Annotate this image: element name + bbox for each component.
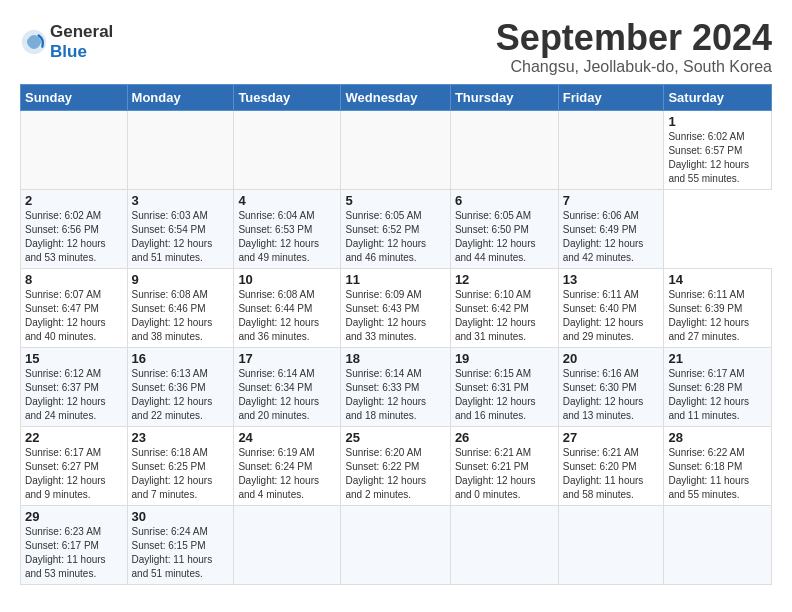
calendar-cell: 4Sunrise: 6:04 AMSunset: 6:53 PMDaylight… — [234, 189, 341, 268]
day-number: 13 — [563, 272, 660, 287]
day-number: 16 — [132, 351, 230, 366]
day-number: 4 — [238, 193, 336, 208]
weekday-header-friday: Friday — [558, 84, 664, 110]
day-number: 19 — [455, 351, 554, 366]
day-number: 21 — [668, 351, 767, 366]
cell-info: Sunrise: 6:04 AMSunset: 6:53 PMDaylight:… — [238, 210, 319, 263]
logo-icon — [20, 28, 48, 56]
calendar-cell: 15Sunrise: 6:12 AMSunset: 6:37 PMDayligh… — [21, 347, 128, 426]
weekday-header-sunday: Sunday — [21, 84, 128, 110]
calendar-cell: 13Sunrise: 6:11 AMSunset: 6:40 PMDayligh… — [558, 268, 664, 347]
cell-info: Sunrise: 6:05 AMSunset: 6:52 PMDaylight:… — [345, 210, 426, 263]
cell-info: Sunrise: 6:14 AMSunset: 6:33 PMDaylight:… — [345, 368, 426, 421]
calendar-cell: 19Sunrise: 6:15 AMSunset: 6:31 PMDayligh… — [450, 347, 558, 426]
calendar-cell: 20Sunrise: 6:16 AMSunset: 6:30 PMDayligh… — [558, 347, 664, 426]
calendar-cell: 8Sunrise: 6:07 AMSunset: 6:47 PMDaylight… — [21, 268, 128, 347]
calendar-cell-empty — [558, 505, 664, 584]
calendar-cell: 10Sunrise: 6:08 AMSunset: 6:44 PMDayligh… — [234, 268, 341, 347]
cell-info: Sunrise: 6:17 AMSunset: 6:28 PMDaylight:… — [668, 368, 749, 421]
header-area: General Blue September 2024 Changsu, Jeo… — [20, 18, 772, 76]
calendar-cell: 9Sunrise: 6:08 AMSunset: 6:46 PMDaylight… — [127, 268, 234, 347]
calendar-week-row: 22Sunrise: 6:17 AMSunset: 6:27 PMDayligh… — [21, 426, 772, 505]
cell-info: Sunrise: 6:23 AMSunset: 6:17 PMDaylight:… — [25, 526, 106, 579]
cell-info: Sunrise: 6:07 AMSunset: 6:47 PMDaylight:… — [25, 289, 106, 342]
weekday-header-wednesday: Wednesday — [341, 84, 450, 110]
cell-info: Sunrise: 6:11 AMSunset: 6:39 PMDaylight:… — [668, 289, 749, 342]
day-number: 30 — [132, 509, 230, 524]
day-number: 24 — [238, 430, 336, 445]
calendar-cell-empty — [234, 505, 341, 584]
cell-info: Sunrise: 6:17 AMSunset: 6:27 PMDaylight:… — [25, 447, 106, 500]
calendar-week-row: 1Sunrise: 6:02 AMSunset: 6:57 PMDaylight… — [21, 110, 772, 189]
calendar-cell: 23Sunrise: 6:18 AMSunset: 6:25 PMDayligh… — [127, 426, 234, 505]
day-number: 17 — [238, 351, 336, 366]
cell-info: Sunrise: 6:22 AMSunset: 6:18 PMDaylight:… — [668, 447, 749, 500]
logo-text: General Blue — [50, 22, 113, 61]
location: Changsu, Jeollabuk-do, South Korea — [496, 58, 772, 76]
calendar-cell: 14Sunrise: 6:11 AMSunset: 6:39 PMDayligh… — [664, 268, 772, 347]
day-number: 22 — [25, 430, 123, 445]
cell-info: Sunrise: 6:15 AMSunset: 6:31 PMDaylight:… — [455, 368, 536, 421]
calendar-cell-empty — [558, 110, 664, 189]
cell-info: Sunrise: 6:09 AMSunset: 6:43 PMDaylight:… — [345, 289, 426, 342]
day-number: 18 — [345, 351, 445, 366]
calendar-week-row: 15Sunrise: 6:12 AMSunset: 6:37 PMDayligh… — [21, 347, 772, 426]
day-number: 10 — [238, 272, 336, 287]
calendar-cell-empty — [664, 505, 772, 584]
day-number: 6 — [455, 193, 554, 208]
calendar-cell: 5Sunrise: 6:05 AMSunset: 6:52 PMDaylight… — [341, 189, 450, 268]
calendar-cell: 12Sunrise: 6:10 AMSunset: 6:42 PMDayligh… — [450, 268, 558, 347]
calendar-cell-empty — [341, 110, 450, 189]
weekday-header-thursday: Thursday — [450, 84, 558, 110]
cell-info: Sunrise: 6:12 AMSunset: 6:37 PMDaylight:… — [25, 368, 106, 421]
day-number: 28 — [668, 430, 767, 445]
calendar-table: SundayMondayTuesdayWednesdayThursdayFrid… — [20, 84, 772, 585]
day-number: 20 — [563, 351, 660, 366]
calendar-cell: 7Sunrise: 6:06 AMSunset: 6:49 PMDaylight… — [558, 189, 664, 268]
day-number: 1 — [668, 114, 767, 129]
cell-info: Sunrise: 6:05 AMSunset: 6:50 PMDaylight:… — [455, 210, 536, 263]
calendar-cell-empty — [234, 110, 341, 189]
cell-info: Sunrise: 6:20 AMSunset: 6:22 PMDaylight:… — [345, 447, 426, 500]
day-number: 29 — [25, 509, 123, 524]
month-title: September 2024 — [496, 18, 772, 58]
calendar-cell: 1Sunrise: 6:02 AMSunset: 6:57 PMDaylight… — [664, 110, 772, 189]
cell-info: Sunrise: 6:02 AMSunset: 6:56 PMDaylight:… — [25, 210, 106, 263]
calendar-week-row: 8Sunrise: 6:07 AMSunset: 6:47 PMDaylight… — [21, 268, 772, 347]
calendar-cell: 11Sunrise: 6:09 AMSunset: 6:43 PMDayligh… — [341, 268, 450, 347]
calendar-week-row: 29Sunrise: 6:23 AMSunset: 6:17 PMDayligh… — [21, 505, 772, 584]
day-number: 2 — [25, 193, 123, 208]
cell-info: Sunrise: 6:06 AMSunset: 6:49 PMDaylight:… — [563, 210, 644, 263]
calendar-cell: 27Sunrise: 6:21 AMSunset: 6:20 PMDayligh… — [558, 426, 664, 505]
calendar-cell: 25Sunrise: 6:20 AMSunset: 6:22 PMDayligh… — [341, 426, 450, 505]
calendar-cell: 21Sunrise: 6:17 AMSunset: 6:28 PMDayligh… — [664, 347, 772, 426]
calendar-cell: 2Sunrise: 6:02 AMSunset: 6:56 PMDaylight… — [21, 189, 128, 268]
day-number: 3 — [132, 193, 230, 208]
day-number: 7 — [563, 193, 660, 208]
calendar-cell-empty — [341, 505, 450, 584]
cell-info: Sunrise: 6:18 AMSunset: 6:25 PMDaylight:… — [132, 447, 213, 500]
calendar-cell: 26Sunrise: 6:21 AMSunset: 6:21 PMDayligh… — [450, 426, 558, 505]
calendar-cell-empty — [21, 110, 128, 189]
day-number: 14 — [668, 272, 767, 287]
cell-info: Sunrise: 6:24 AMSunset: 6:15 PMDaylight:… — [132, 526, 213, 579]
calendar-cell-empty — [450, 505, 558, 584]
day-number: 27 — [563, 430, 660, 445]
cell-info: Sunrise: 6:21 AMSunset: 6:21 PMDaylight:… — [455, 447, 536, 500]
weekday-header-monday: Monday — [127, 84, 234, 110]
cell-info: Sunrise: 6:08 AMSunset: 6:46 PMDaylight:… — [132, 289, 213, 342]
day-number: 23 — [132, 430, 230, 445]
cell-info: Sunrise: 6:21 AMSunset: 6:20 PMDaylight:… — [563, 447, 644, 500]
weekday-header-tuesday: Tuesday — [234, 84, 341, 110]
calendar-cell-empty — [127, 110, 234, 189]
calendar-cell: 18Sunrise: 6:14 AMSunset: 6:33 PMDayligh… — [341, 347, 450, 426]
calendar-cell: 3Sunrise: 6:03 AMSunset: 6:54 PMDaylight… — [127, 189, 234, 268]
cell-info: Sunrise: 6:14 AMSunset: 6:34 PMDaylight:… — [238, 368, 319, 421]
calendar-week-row: 2Sunrise: 6:02 AMSunset: 6:56 PMDaylight… — [21, 189, 772, 268]
day-number: 5 — [345, 193, 445, 208]
weekday-header-row: SundayMondayTuesdayWednesdayThursdayFrid… — [21, 84, 772, 110]
calendar-cell: 16Sunrise: 6:13 AMSunset: 6:36 PMDayligh… — [127, 347, 234, 426]
calendar-cell-empty — [450, 110, 558, 189]
calendar-page: General Blue September 2024 Changsu, Jeo… — [0, 0, 792, 595]
day-number: 15 — [25, 351, 123, 366]
